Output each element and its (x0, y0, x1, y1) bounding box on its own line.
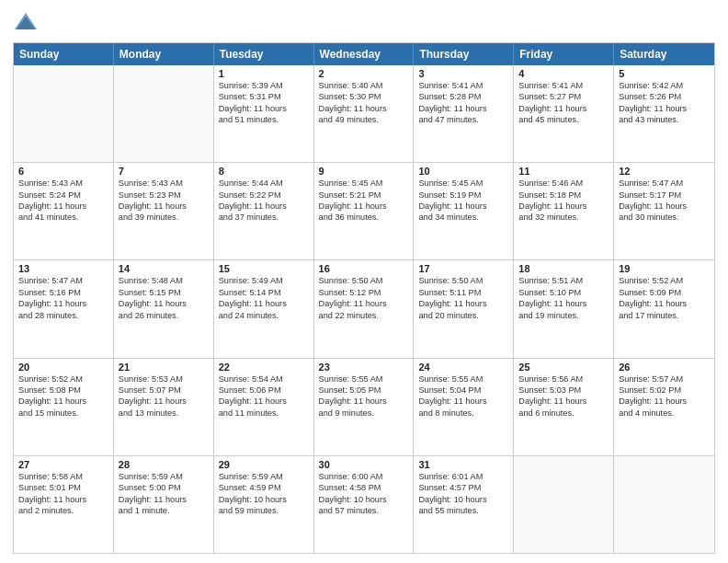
cell-info-line: Daylight: 11 hours (619, 201, 710, 212)
cell-info-line: Daylight: 11 hours (619, 396, 710, 407)
cell-info-line: and 9 minutes. (319, 408, 409, 419)
cell-info-line: Sunset: 5:03 PM (518, 385, 609, 396)
cell-info-line: Sunset: 5:23 PM (119, 190, 209, 201)
day-cell-21: 21Sunrise: 5:53 AMSunset: 5:07 PMDayligh… (114, 359, 214, 455)
day-cell-15: 15Sunrise: 5:49 AMSunset: 5:14 PMDayligh… (214, 260, 314, 357)
cell-info-line: Daylight: 11 hours (18, 298, 108, 309)
day-cell-17: 17Sunrise: 5:50 AMSunset: 5:11 PMDayligh… (414, 260, 514, 357)
day-cell-23: 23Sunrise: 5:55 AMSunset: 5:05 PMDayligh… (314, 359, 415, 455)
cell-info-line: Sunrise: 5:55 AM (319, 373, 409, 385)
cell-info-line: Sunset: 4:57 PM (418, 482, 508, 493)
cell-info-line: and 1 minute. (119, 505, 209, 516)
cell-info-line: Daylight: 11 hours (319, 298, 409, 309)
cell-info-line: Sunset: 5:19 PM (418, 190, 508, 201)
cell-info-line: Sunset: 5:17 PM (619, 190, 710, 201)
day-number: 10 (418, 166, 508, 177)
cell-info-line: and 57 minutes. (319, 505, 409, 516)
cell-info-line: Sunset: 5:04 PM (418, 385, 508, 396)
day-number: 31 (418, 459, 508, 470)
header (13, 9, 715, 35)
day-number: 19 (619, 263, 710, 274)
day-cell-11: 11Sunrise: 5:46 AMSunset: 5:18 PMDayligh… (514, 163, 614, 259)
day-number: 6 (18, 166, 108, 177)
day-number: 7 (119, 166, 209, 177)
cell-info-line: and 19 minutes. (518, 310, 609, 321)
day-cell-24: 24Sunrise: 5:55 AMSunset: 5:04 PMDayligh… (414, 359, 514, 455)
calendar-body: 1Sunrise: 5:39 AMSunset: 5:31 PMDaylight… (14, 65, 714, 553)
day-number: 15 (219, 263, 309, 274)
day-number: 30 (319, 459, 409, 470)
cell-info-line: Sunrise: 5:59 AM (119, 471, 209, 482)
cell-info-line: Sunrise: 5:44 AM (219, 178, 309, 189)
cell-info-line: and 51 minutes. (219, 114, 309, 125)
day-cell-25: 25Sunrise: 5:56 AMSunset: 5:03 PMDayligh… (514, 359, 614, 455)
cell-info-line: Daylight: 11 hours (518, 298, 609, 309)
day-number: 8 (219, 166, 309, 177)
cell-info-line: Daylight: 11 hours (319, 396, 409, 407)
day-cell-4: 4Sunrise: 5:41 AMSunset: 5:27 PMDaylight… (514, 65, 614, 162)
day-cell-empty-0-1 (114, 65, 214, 162)
day-cell-7: 7Sunrise: 5:43 AMSunset: 5:23 PMDaylight… (114, 163, 214, 259)
cell-info-line: Sunset: 5:09 PM (619, 287, 710, 298)
day-cell-1: 1Sunrise: 5:39 AMSunset: 5:31 PMDaylight… (214, 65, 314, 162)
cell-info-line: Sunrise: 5:57 AM (619, 373, 710, 385)
cell-info-line: Daylight: 11 hours (319, 103, 409, 114)
cell-info-line: Sunset: 5:18 PM (518, 190, 609, 201)
cell-info-line: Sunset: 5:22 PM (219, 190, 309, 201)
cell-info-line: and 37 minutes. (219, 212, 309, 223)
cell-info-line: and 4 minutes. (619, 408, 710, 419)
cell-info-line: Sunset: 5:21 PM (319, 190, 409, 201)
cell-info-line: Sunrise: 5:42 AM (619, 80, 710, 91)
day-number: 23 (319, 362, 409, 373)
cell-info-line: Sunset: 5:06 PM (219, 385, 309, 396)
cell-info-line: Sunset: 5:08 PM (18, 385, 108, 396)
cell-info-line: Daylight: 11 hours (119, 396, 209, 407)
cell-info-line: Sunrise: 5:51 AM (518, 275, 609, 286)
cell-info-line: Daylight: 11 hours (518, 201, 609, 212)
day-number: 9 (319, 166, 409, 177)
cell-info-line: Sunrise: 5:45 AM (319, 178, 409, 189)
day-number: 3 (418, 68, 508, 79)
cell-info-line: Sunset: 4:58 PM (319, 482, 409, 493)
day-cell-26: 26Sunrise: 5:57 AMSunset: 5:02 PMDayligh… (614, 359, 714, 455)
day-cell-13: 13Sunrise: 5:47 AMSunset: 5:16 PMDayligh… (14, 260, 114, 357)
day-number: 24 (418, 362, 508, 373)
cell-info-line: and 2 minutes. (18, 505, 108, 516)
day-cell-10: 10Sunrise: 5:45 AMSunset: 5:19 PMDayligh… (414, 163, 514, 259)
cell-info-line: Sunset: 5:28 PM (418, 91, 508, 102)
logo (13, 9, 42, 35)
day-number: 1 (219, 68, 309, 79)
weekday-header-wednesday: Wednesday (314, 43, 415, 65)
cell-info-line: Sunset: 5:31 PM (219, 91, 309, 102)
cell-info-line: and 47 minutes. (418, 114, 508, 125)
cell-info-line: Daylight: 11 hours (418, 396, 508, 407)
cell-info-line: Daylight: 11 hours (18, 201, 108, 212)
cell-info-line: and 41 minutes. (18, 212, 108, 223)
cell-info-line: Daylight: 11 hours (418, 103, 508, 114)
cell-info-line: and 43 minutes. (619, 114, 710, 125)
day-cell-18: 18Sunrise: 5:51 AMSunset: 5:10 PMDayligh… (514, 260, 614, 357)
cell-info-line: Sunrise: 5:41 AM (418, 80, 508, 91)
day-number: 17 (418, 263, 508, 274)
cell-info-line: Daylight: 11 hours (219, 396, 309, 407)
cell-info-line: Sunset: 5:12 PM (319, 287, 409, 298)
cell-info-line: Daylight: 11 hours (219, 103, 309, 114)
cell-info-line: Sunrise: 5:47 AM (619, 178, 710, 189)
cell-info-line: and 8 minutes. (418, 408, 508, 419)
day-number: 21 (119, 362, 209, 373)
cell-info-line: Sunrise: 5:50 AM (418, 275, 508, 286)
cell-info-line: Daylight: 11 hours (619, 103, 710, 114)
cell-info-line: Sunset: 5:24 PM (18, 190, 108, 201)
weekday-header-saturday: Saturday (614, 43, 714, 65)
cell-info-line: Daylight: 11 hours (619, 298, 710, 309)
calendar-header: SundayMondayTuesdayWednesdayThursdayFrid… (14, 43, 714, 65)
cell-info-line: Sunrise: 5:45 AM (418, 178, 508, 189)
weekday-header-monday: Monday (114, 43, 214, 65)
cell-info-line: Sunrise: 5:48 AM (119, 275, 209, 286)
cell-info-line: and 49 minutes. (319, 114, 409, 125)
cell-info-line: Sunrise: 5:49 AM (219, 275, 309, 286)
day-cell-6: 6Sunrise: 5:43 AMSunset: 5:24 PMDaylight… (14, 163, 114, 259)
cell-info-line: Sunset: 5:02 PM (619, 385, 710, 396)
cell-info-line: Daylight: 11 hours (119, 201, 209, 212)
cell-info-line: Sunset: 5:26 PM (619, 91, 710, 102)
